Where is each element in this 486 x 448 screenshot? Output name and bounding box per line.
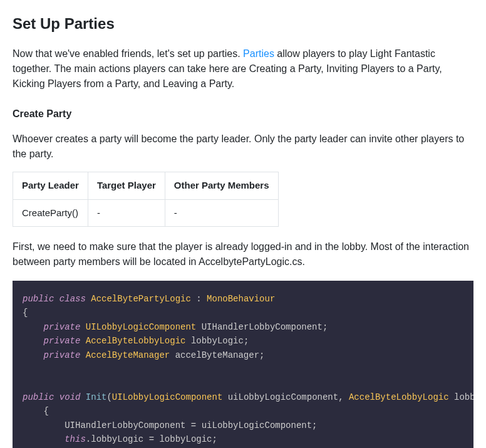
code-var: accelByteManager	[175, 350, 259, 360]
create-party-heading: Create Party	[13, 107, 473, 122]
code-keyword: public	[23, 392, 54, 402]
code-type: AccelBytePartyLogic	[91, 294, 191, 304]
code-type: AccelByteManager	[86, 350, 170, 360]
code-param: uiLobbyLogicComponent	[228, 392, 338, 402]
code-param: lobby	[454, 392, 473, 402]
code-var: UIHandlerLobbyComponent	[65, 420, 185, 430]
page-heading: Set Up Parties	[13, 13, 473, 35]
code-keyword: public	[23, 294, 54, 304]
code-brace: {	[23, 308, 28, 318]
parties-link[interactable]: Parties	[243, 48, 274, 59]
code-type: MonoBehaviour	[207, 294, 275, 304]
code-keyword: private	[44, 322, 81, 332]
table-cell: CreateParty()	[13, 199, 88, 227]
code-type: AccelByteLobbyLogic	[86, 336, 186, 346]
table-row: CreateParty() - -	[13, 199, 279, 227]
code-keyword: this	[65, 434, 86, 444]
code-keyword: void	[59, 392, 81, 402]
code-function: Init	[86, 392, 107, 402]
code-keyword: private	[44, 350, 81, 360]
code-type: UILobbyLogicComponent	[112, 392, 222, 402]
table-header: Target Player	[88, 172, 165, 200]
code-var: UIHandlerLobbyComponent	[202, 322, 323, 332]
intro-paragraph: Now that we've enabled friends, let's se…	[13, 46, 473, 91]
code-var: lobbyLogic	[159, 434, 212, 444]
code-type: UILobbyLogicComponent	[86, 322, 196, 332]
party-actions-table: Party Leader Target Player Other Party M…	[13, 172, 279, 227]
table-cell: -	[88, 199, 165, 227]
table-header: Party Leader	[13, 172, 88, 200]
table-header: Other Party Members	[165, 172, 278, 200]
intro-text-pre: Now that we've enabled friends, let's se…	[13, 48, 243, 59]
code-punct: :	[196, 294, 201, 304]
code-keyword: class	[59, 294, 86, 304]
code-var: lobbyLogic	[91, 434, 143, 444]
code-block: public class AccelBytePartyLogic : MonoB…	[13, 281, 473, 448]
create-party-desc: Whoever creates a party will become the …	[13, 132, 473, 162]
code-type: AccelByteLobbyLogic	[349, 392, 449, 402]
code-var: uiLobbyLogicComponent	[202, 420, 312, 430]
after-table-paragraph: First, we need to make sure that the pla…	[13, 239, 473, 269]
code-var: lobbyLogic	[191, 336, 244, 346]
code-keyword: private	[44, 336, 81, 346]
table-cell: -	[165, 199, 278, 227]
code-scroll-container[interactable]: public class AccelBytePartyLogic : MonoB…	[13, 281, 473, 448]
